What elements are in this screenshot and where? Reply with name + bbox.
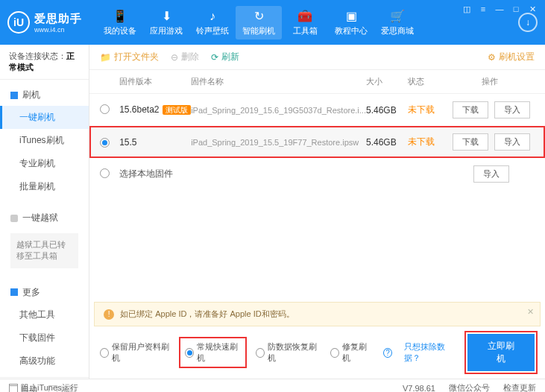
opt-repair[interactable]: 修复刷机 bbox=[330, 341, 371, 364]
warning-close-button[interactable]: ✕ bbox=[527, 307, 534, 317]
opt-normal-fast[interactable]: 常规快速刷机 bbox=[182, 340, 244, 365]
firmware-row[interactable]: 15.5 iPad_Spring_2019_15.5_19F77_Restore… bbox=[89, 126, 545, 158]
connection-status: 设备连接状态：正常模式 bbox=[0, 45, 89, 80]
downloads-button[interactable]: ↓ bbox=[518, 13, 538, 32]
nav-ringtones[interactable]: ♪铃声壁纸 bbox=[189, 6, 236, 39]
beta-tag: 测试版 bbox=[163, 105, 191, 115]
opt-keep-data[interactable]: 保留用户资料刷机 bbox=[100, 341, 170, 364]
info-icon[interactable]: ? bbox=[383, 348, 392, 358]
sidebar-item-other-tools[interactable]: 其他工具 bbox=[0, 303, 89, 326]
col-state: 状态 bbox=[408, 76, 445, 87]
nav-flash[interactable]: ↻智能刷机 bbox=[236, 6, 282, 39]
close-button[interactable]: ✕ bbox=[527, 4, 538, 15]
import-button[interactable]: 导入 bbox=[473, 165, 509, 183]
gear-icon: ⚙ bbox=[488, 52, 496, 63]
skin-button[interactable]: ◫ bbox=[461, 4, 472, 15]
firmware-row[interactable]: 15.6beta2测试版 iPad_Spring_2019_15.6_19G50… bbox=[89, 94, 545, 126]
firmware-radio[interactable] bbox=[100, 168, 110, 178]
version-label: V7.98.61 bbox=[403, 384, 435, 393]
firmware-radio[interactable] bbox=[100, 104, 110, 114]
sidebar-head-jailbreak[interactable]: 一键越狱 bbox=[0, 207, 89, 229]
folder-icon: 📁 bbox=[100, 52, 111, 63]
firmware-size: 5.46GB bbox=[366, 105, 408, 116]
check-update-link[interactable]: 检查更新 bbox=[503, 382, 536, 392]
sidebar-head-more[interactable]: 更多 bbox=[0, 282, 89, 303]
import-button[interactable]: 导入 bbox=[494, 101, 530, 118]
nav-tutorials[interactable]: ▣教程中心 bbox=[328, 6, 374, 39]
delete-icon: ⊖ bbox=[171, 52, 178, 63]
sidebar-item-download-firmware[interactable]: 下载固件 bbox=[0, 326, 89, 350]
apps-icon: ⬇ bbox=[143, 9, 189, 24]
square-icon bbox=[10, 288, 18, 296]
device-icon: 📱 bbox=[97, 9, 143, 24]
local-firmware-row[interactable]: 选择本地固件 导入 bbox=[89, 158, 545, 190]
firmware-state: 未下载 bbox=[408, 136, 445, 148]
erase-only-link[interactable]: 只想抹除数据？ bbox=[404, 341, 456, 364]
brand-name: 爱思助手 bbox=[34, 12, 82, 26]
firmware-radio[interactable] bbox=[100, 138, 110, 148]
sidebar-item-pro-flash[interactable]: 专业刷机 bbox=[0, 152, 89, 175]
download-button[interactable]: 下载 bbox=[453, 101, 488, 118]
wechat-link[interactable]: 微信公众号 bbox=[449, 382, 490, 392]
square-icon bbox=[10, 92, 18, 99]
firmware-filename: iPad_Spring_2019_15.5_19F77_Restore.ipsw bbox=[191, 138, 366, 147]
refresh-icon: ⟳ bbox=[211, 52, 218, 63]
maximize-button[interactable]: □ bbox=[511, 4, 521, 15]
opt-anti-recovery[interactable]: 防数据恢复刷机 bbox=[256, 341, 318, 364]
sidebar-item-batch-flash[interactable]: 批量刷机 bbox=[0, 175, 89, 198]
minimize-button[interactable]: — bbox=[494, 4, 505, 15]
flash-settings-button[interactable]: ⚙刷机设置 bbox=[488, 51, 535, 63]
firmware-size: 5.46GB bbox=[366, 137, 408, 148]
sidebar-item-advanced[interactable]: 高级功能 bbox=[0, 350, 89, 373]
firmware-filename: iPad_Spring_2019_15.6_19G5037d_Restore.i… bbox=[191, 106, 366, 115]
refresh-icon: ↻ bbox=[236, 9, 282, 24]
sidebar-item-oneclick-flash[interactable]: 一键刷机 bbox=[0, 106, 89, 129]
col-version: 固件版本 bbox=[119, 76, 191, 87]
appleid-warning: ! 如已绑定 Apple ID，请准备好 Apple ID和密码。 ✕ bbox=[94, 302, 541, 326]
col-ops: 操作 bbox=[445, 76, 535, 87]
sidebar-item-itunes-flash[interactable]: iTunes刷机 bbox=[0, 129, 89, 152]
book-icon: ▣ bbox=[328, 9, 374, 24]
toolbox-icon: 🧰 bbox=[282, 9, 328, 24]
lock-icon bbox=[10, 215, 18, 222]
nav-store[interactable]: 🛒爱思商城 bbox=[374, 6, 420, 39]
music-icon: ♪ bbox=[189, 9, 236, 24]
brand-url: www.i4.cn bbox=[34, 26, 82, 34]
menu-button[interactable]: ≡ bbox=[478, 4, 488, 15]
delete-button[interactable]: ⊖删除 bbox=[171, 51, 199, 63]
warning-icon: ! bbox=[104, 309, 114, 320]
app-logo: iU bbox=[7, 11, 30, 34]
firmware-state: 未下载 bbox=[408, 104, 445, 116]
import-button[interactable]: 导入 bbox=[494, 133, 530, 151]
cart-icon: 🛒 bbox=[374, 9, 420, 24]
open-folder-button[interactable]: 📁打开文件夹 bbox=[100, 51, 159, 63]
download-button[interactable]: 下载 bbox=[453, 133, 488, 151]
jailbreak-moved-note: 越狱工具已转移至工具箱 bbox=[10, 233, 78, 268]
refresh-button[interactable]: ⟳刷新 bbox=[211, 51, 239, 63]
nav-my-device[interactable]: 📱我的设备 bbox=[97, 6, 143, 39]
nav-apps[interactable]: ⬇应用游戏 bbox=[143, 6, 189, 39]
sidebar-head-flash[interactable]: 刷机 bbox=[0, 84, 89, 106]
nav-toolbox[interactable]: 🧰工具箱 bbox=[282, 6, 328, 39]
flash-now-button[interactable]: 立即刷机 bbox=[467, 334, 535, 371]
col-name: 固件名称 bbox=[191, 76, 366, 87]
col-size: 大小 bbox=[366, 76, 408, 87]
block-itunes-checkbox[interactable]: 阻止iTunes运行 bbox=[9, 382, 78, 392]
